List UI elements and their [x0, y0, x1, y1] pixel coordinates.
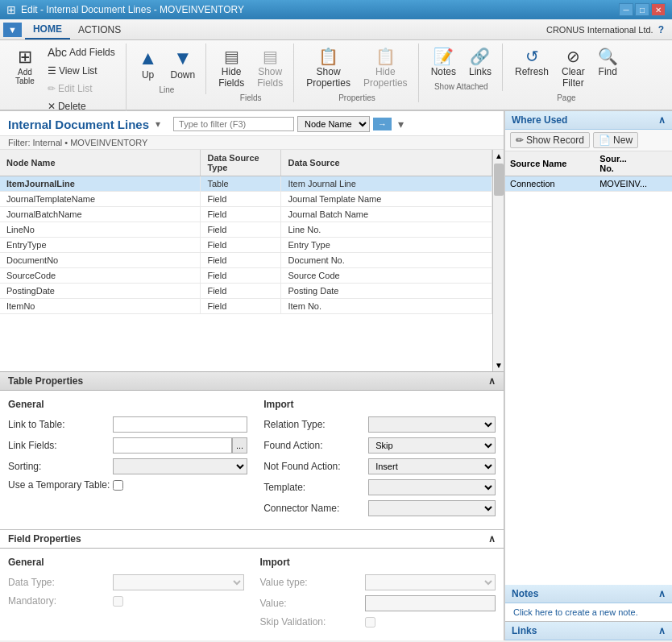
mandatory-checkbox[interactable] [113, 596, 123, 607]
table-container[interactable]: Node Name Data SourceType Data Source It… [0, 150, 492, 371]
source-name-col[interactable]: Source Name [505, 151, 595, 176]
show-properties-btn[interactable]: 📋 ShowProperties [301, 43, 356, 92]
help-btn[interactable]: ? [653, 24, 669, 35]
properties-group-label: Properties [338, 93, 375, 102]
links-header[interactable]: Links ∧ [505, 621, 672, 640]
col-node-name[interactable]: Node Name [0, 150, 201, 176]
create-note-link[interactable]: Click here to create a new note. [508, 603, 643, 622]
ds-type-cell: Field [201, 222, 281, 238]
main-area: Internal Document Lines ▾ Node Name → ▾ … [0, 111, 672, 640]
value-type-select[interactable] [365, 574, 496, 590]
ds-type-cell: Field [201, 299, 281, 314]
find-btn[interactable]: 🔍 Find [592, 43, 624, 81]
filter-collapse-btn[interactable]: ▾ [398, 118, 404, 130]
hide-properties-btn[interactable]: 📋 HideProperties [358, 43, 413, 92]
field-properties-header[interactable]: Field Properties ∧ [0, 529, 504, 549]
ds-type-cell: Field [201, 268, 281, 284]
table-row[interactable]: LineNo Field Line No. [0, 222, 492, 238]
menu-home[interactable]: HOME [25, 20, 70, 39]
node-name-cell: ItemJournalLine [0, 176, 201, 192]
filter-apply-btn[interactable]: → [373, 118, 392, 130]
table-row[interactable]: ItemNo Field Item No. [0, 299, 492, 314]
where-used-header[interactable]: Where Used ∧ [505, 111, 672, 130]
view-list-btn[interactable]: ☰ View List [42, 63, 121, 79]
notes-header[interactable]: Notes ∧ [505, 585, 672, 603]
right-spacer [505, 192, 672, 585]
link-fields-input[interactable] [113, 437, 232, 454]
value-input[interactable] [365, 595, 496, 611]
menu-actions[interactable]: ACTIONS [70, 21, 129, 39]
relation-type-select[interactable] [368, 416, 496, 433]
where-used-table: Source Name Sour...No. Connection MOVEIN… [505, 151, 672, 192]
filter-input[interactable] [173, 117, 294, 131]
mandatory-label: Mandatory: [8, 595, 113, 607]
source-no-col[interactable]: Sour...No. [595, 151, 672, 176]
temp-table-checkbox[interactable] [113, 480, 123, 491]
general-label: General [8, 399, 247, 410]
show-fields-btn[interactable]: ▤ ShowFields [251, 43, 288, 92]
ribbon-group-line: ▲ Up ▼ Down Line [128, 43, 206, 94]
sorting-select[interactable] [113, 458, 247, 474]
where-used-row[interactable]: Connection MOVEINV... [505, 176, 672, 192]
notes-collapse: ∧ [658, 588, 666, 599]
add-table-btn[interactable]: ⊞ AddTable [10, 43, 40, 89]
close-btn[interactable]: ✕ [651, 3, 666, 16]
col-ds-type[interactable]: Data SourceType [201, 150, 281, 176]
table-row[interactable]: PostingDate Field Posting Date [0, 284, 492, 299]
scroll-thumb[interactable] [494, 164, 504, 196]
temp-table-label: Use a Temporary Table: [8, 479, 113, 491]
refresh-btn[interactable]: ↺ Refresh [509, 43, 554, 81]
table-row[interactable]: JournalBatchName Field Journal Batch Nam… [0, 207, 492, 222]
skip-validation-checkbox[interactable] [365, 617, 375, 628]
connector-name-select[interactable] [368, 500, 496, 516]
filter-field-select[interactable]: Node Name [297, 116, 370, 132]
table-row[interactable]: EntryType Field Entry Type [0, 238, 492, 253]
hide-fields-btn[interactable]: ▤ HideFields [213, 43, 250, 92]
ribbon-group-attached: 📝 Notes 🔗 Links Show Attached [421, 43, 503, 91]
down-icon: ▼ [173, 47, 193, 69]
scroll-up-btn[interactable]: ▲ [493, 150, 504, 162]
col-data-source[interactable]: Data Source [281, 150, 492, 176]
node-name-cell: ItemNo [0, 299, 201, 314]
page-title-dropdown[interactable]: ▾ [156, 118, 160, 130]
table-row[interactable]: DocumentNo Field Document No. [0, 253, 492, 268]
sorting-label: Sorting: [8, 461, 113, 472]
minimize-btn[interactable]: ─ [619, 3, 633, 16]
scroll-down-btn[interactable]: ▼ [493, 359, 504, 371]
data-type-select[interactable] [113, 574, 244, 590]
down-btn[interactable]: ▼ Down [165, 43, 201, 84]
node-name-cell: DocumentNo [0, 253, 201, 268]
left-panel: Internal Document Lines ▾ Node Name → ▾ … [0, 111, 504, 640]
maximize-btn[interactable]: □ [635, 3, 649, 16]
data-source-cell: Item No. [281, 299, 492, 314]
down-label: Down [171, 69, 196, 81]
fp-import-label: Import [260, 557, 496, 568]
new-btn[interactable]: 📄 New [593, 132, 638, 148]
show-record-btn[interactable]: ✏ Show Record [510, 132, 590, 148]
vertical-scrollbar[interactable]: ▲ ▼ [492, 150, 504, 371]
table-properties-collapse-icon: ∧ [488, 375, 496, 387]
up-label: Up [142, 69, 154, 81]
link-to-table-input[interactable] [113, 416, 247, 433]
found-action-label: Found Action: [263, 440, 368, 451]
data-table: Node Name Data SourceType Data Source It… [0, 150, 492, 314]
clear-filter-btn[interactable]: ⊘ ClearFilter [556, 43, 591, 92]
links-btn[interactable]: 🔗 Links [463, 43, 497, 81]
edit-list-btn[interactable]: ✏ Edit List [42, 81, 121, 97]
up-btn[interactable]: ▲ Up [133, 43, 164, 84]
link-fields-btn[interactable]: ... [232, 437, 247, 454]
found-action-select[interactable]: Skip [368, 437, 496, 454]
nav-dropdown-btn[interactable]: ▼ [3, 23, 22, 37]
notes-btn[interactable]: 📝 Notes [425, 43, 462, 81]
table-properties-header[interactable]: Table Properties ∧ [0, 371, 504, 391]
add-fields-btn[interactable]: Abc Add Fields [42, 43, 121, 61]
link-to-table-label: Link to Table: [8, 419, 113, 430]
not-found-action-select[interactable]: Insert [368, 458, 496, 474]
new-label: New [613, 135, 633, 146]
table-row[interactable]: ItemJournalLine Table Item Journal Line [0, 176, 492, 192]
ds-type-cell: Field [201, 284, 281, 299]
value-label: Value: [260, 598, 365, 609]
template-select[interactable] [368, 479, 496, 495]
table-row[interactable]: SourceCode Field Source Code [0, 268, 492, 284]
table-row[interactable]: JournalTemplateName Field Journal Templa… [0, 192, 492, 207]
